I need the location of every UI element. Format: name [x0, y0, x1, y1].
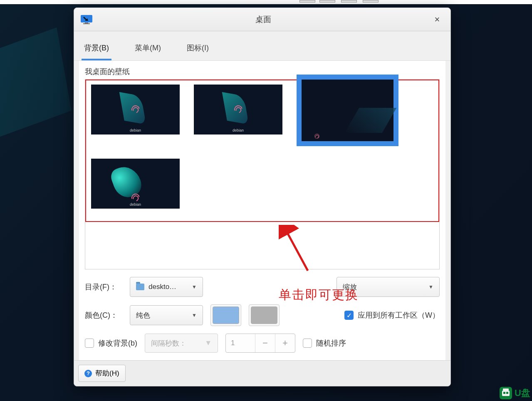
folder-icon — [136, 284, 144, 290]
interval-value-input — [226, 334, 255, 352]
color-value: 纯色 — [136, 311, 150, 320]
tab-menu[interactable]: 菜单(M) — [132, 40, 163, 60]
interval-label: 间隔秒数： — [151, 339, 186, 348]
wallpaper-thumb-1[interactable]: debian — [91, 85, 180, 134]
monitor-icon — [81, 15, 92, 24]
svg-rect-7 — [506, 392, 508, 394]
chevron-down-icon: ▼ — [428, 284, 433, 290]
svg-rect-1 — [85, 22, 88, 23]
wallpaper-gallery-highlight: debian debian debian — [85, 80, 439, 222]
random-label: 随机排序 — [316, 338, 346, 348]
color-swatch-2-wrap[interactable] — [249, 304, 280, 326]
apply-all-checkbox[interactable]: ✓ — [344, 311, 354, 320]
wallpaper-thumb-2[interactable]: debian — [194, 85, 282, 134]
svg-rect-2 — [83, 23, 90, 24]
apply-all-label: 应用到所有工作区（W） — [358, 310, 440, 320]
watermark-badge-icon — [500, 387, 512, 399]
help-label: 帮助(H) — [95, 369, 119, 378]
interval-dropdown-disabled: 间隔秒数： ▼ — [145, 334, 218, 353]
wallpaper-thumb-4[interactable]: debian — [91, 159, 180, 209]
tab-icons[interactable]: 图标(I) — [184, 40, 211, 60]
color-style-dropdown[interactable]: 纯色 ▼ — [130, 305, 203, 325]
modify-bg-checkbox[interactable] — [85, 339, 94, 348]
close-button[interactable]: × — [431, 13, 444, 26]
window-title: 桌面 — [96, 14, 431, 25]
style-dropdown[interactable]: 缩放 ▼ — [337, 277, 440, 297]
watermark-text: U盘 — [515, 387, 530, 399]
titlebar: 桌面 × — [74, 8, 450, 31]
color-swatch-1-wrap[interactable] — [210, 304, 241, 326]
help-icon: ? — [84, 370, 92, 377]
svg-rect-5 — [502, 391, 510, 396]
tab-background[interactable]: 背景(B) — [82, 40, 111, 60]
chevron-down-icon: ▼ — [192, 312, 197, 318]
footer: ? 帮助(H) — [74, 360, 450, 386]
tabs: 背景(B) 菜单(M) 图标(I) — [74, 31, 450, 61]
svg-rect-4 — [503, 389, 509, 391]
directory-value: deskto… — [148, 283, 176, 291]
style-value: 缩放 — [343, 282, 357, 292]
svg-rect-0 — [81, 15, 92, 22]
chevron-down-icon: ▼ — [192, 284, 197, 290]
modify-bg-label: 修改背景(b) — [98, 338, 137, 348]
color-swatch-gray — [251, 306, 277, 324]
increment-button: + — [275, 334, 295, 352]
controls-area: 目录(F)： deskto… ▼ 缩放 ▼ 颜色(C)： 纯色 ▼ — [79, 272, 445, 360]
directory-dropdown[interactable]: deskto… ▼ — [130, 277, 203, 297]
random-checkbox — [303, 339, 312, 348]
chevron-down-icon: ▼ — [205, 339, 212, 347]
interval-spinner: − + — [225, 334, 295, 353]
browser-top-strip — [0, 0, 532, 4]
help-button[interactable]: ? 帮助(H) — [78, 365, 126, 382]
directory-label: 目录(F)： — [85, 282, 122, 292]
color-label: 颜色(C)： — [85, 310, 122, 320]
content-area: 我桌面的壁纸 debian debian — [79, 61, 445, 272]
wallpaper-gallery-frame: debian debian debian — [85, 79, 440, 269]
color-swatch-blue — [213, 306, 239, 324]
wallpaper-thumb-3-selected[interactable] — [297, 75, 398, 146]
desktop-settings-window: 桌面 × 背景(B) 菜单(M) 图标(I) 我桌面的壁纸 debian deb… — [74, 7, 451, 386]
svg-rect-6 — [503, 392, 505, 394]
decrement-button: − — [255, 334, 275, 352]
watermark: U盘 — [500, 387, 530, 399]
